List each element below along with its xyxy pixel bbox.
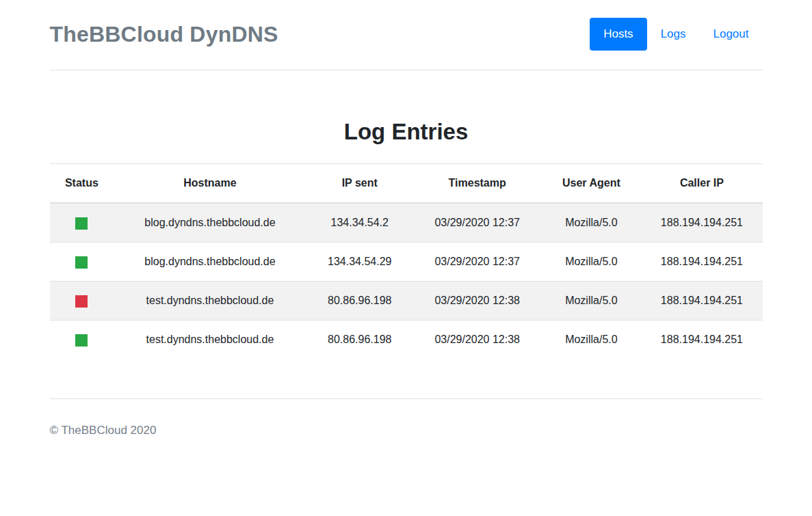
ip-sent-cell: 80.86.96.198 (306, 282, 413, 321)
user-agent-cell: Mozilla/5.0 (541, 243, 641, 282)
table-header: Status Hostname IP sent Timestamp User A… (50, 164, 763, 204)
table-row: blog.dyndns.thebbcloud.de 134.34.54.29 0… (50, 243, 763, 282)
hostname-cell: test.dyndns.thebbcloud.de (114, 282, 306, 321)
user-agent-cell: Mozilla/5.0 (541, 321, 641, 359)
status-indicator-icon (75, 295, 88, 308)
table-row: test.dyndns.thebbcloud.de 80.86.96.198 0… (50, 321, 763, 359)
ip-sent-cell: 80.86.96.198 (306, 321, 413, 359)
status-cell (50, 203, 114, 243)
status-indicator-icon (75, 217, 88, 230)
table-body: blog.dyndns.thebbcloud.de 134.34.54.2 03… (50, 203, 763, 359)
column-header-timestamp: Timestamp (413, 164, 542, 204)
hostname-cell: blog.dyndns.thebbcloud.de (114, 243, 306, 282)
brand-title: TheBBCloud DynDNS (50, 22, 278, 47)
timestamp-cell: 03/29/2020 12:37 (413, 203, 542, 243)
copyright-text: © TheBBCloud 2020 (50, 424, 763, 437)
ip-sent-cell: 134.34.54.29 (306, 243, 413, 282)
column-header-status: Status (50, 164, 114, 204)
status-cell (50, 321, 114, 359)
page-header: TheBBCloud DynDNS Hosts Logs Logout (50, 0, 763, 70)
nav-item-logs[interactable]: Logs (647, 18, 700, 51)
caller-ip-cell: 188.194.194.251 (641, 243, 762, 282)
table-row: blog.dyndns.thebbcloud.de 134.34.54.2 03… (50, 203, 763, 243)
nav-item-hosts[interactable]: Hosts (590, 18, 646, 51)
column-header-ip-sent: IP sent (306, 164, 413, 204)
caller-ip-cell: 188.194.194.251 (641, 282, 762, 321)
column-header-user-agent: User Agent (541, 164, 641, 204)
timestamp-cell: 03/29/2020 12:37 (413, 243, 542, 282)
log-entries-table: Status Hostname IP sent Timestamp User A… (50, 163, 763, 359)
hostname-cell: test.dyndns.thebbcloud.de (114, 321, 306, 359)
column-header-caller-ip: Caller IP (641, 164, 762, 204)
page-title: Log Entries (50, 118, 763, 146)
hostname-cell: blog.dyndns.thebbcloud.de (114, 203, 306, 243)
page-footer: © TheBBCloud 2020 (50, 398, 763, 465)
caller-ip-cell: 188.194.194.251 (641, 203, 762, 243)
ip-sent-cell: 134.34.54.2 (306, 203, 413, 243)
user-agent-cell: Mozilla/5.0 (541, 203, 641, 243)
status-cell (50, 243, 114, 282)
main-content: Log Entries Status Hostname IP sent Time… (50, 118, 763, 359)
status-indicator-icon (75, 334, 88, 347)
timestamp-cell: 03/29/2020 12:38 (413, 282, 542, 321)
column-header-hostname: Hostname (114, 164, 306, 204)
status-cell (50, 282, 114, 321)
nav-item-logout[interactable]: Logout (700, 18, 763, 51)
user-agent-cell: Mozilla/5.0 (541, 282, 641, 321)
main-nav: Hosts Logs Logout (590, 18, 762, 51)
timestamp-cell: 03/29/2020 12:38 (413, 321, 542, 359)
status-indicator-icon (75, 256, 88, 269)
table-row: test.dyndns.thebbcloud.de 80.86.96.198 0… (50, 282, 763, 321)
caller-ip-cell: 188.194.194.251 (641, 321, 762, 359)
